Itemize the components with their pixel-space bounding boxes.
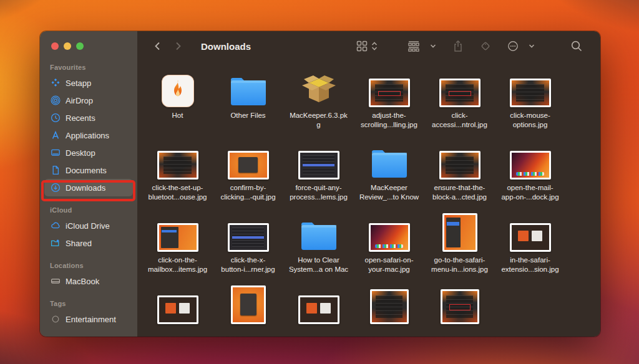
image-thumbnail [298,151,339,180]
file-item-click-mouse-options[interactable]: click-mouse- options.jpg [495,69,565,141]
sidebar-section-locations: Locations [50,262,137,269]
airdrop-waves-icon [50,95,61,106]
toolbar-right-controls [354,39,584,54]
sidebar-item-label: Recents [66,113,95,123]
sidebar-item-applications[interactable]: Applications [44,127,133,144]
sidebar-item-downloads[interactable]: Downloads [44,179,133,196]
image-thumbnail [231,285,266,324]
file-item-row4-1[interactable] [142,285,213,337]
download-circle-icon [50,182,61,193]
file-item-mackeeper-pkg[interactable]: MacKeeper.6.3.pk g [283,69,354,141]
window-title: Downloads [201,41,251,52]
tag-circle-icon [50,314,61,325]
file-item-set-up-bluetooth[interactable]: click-the-set-up- bluetoot...ouse.jpg [142,141,213,213]
sidebar-section-tags: Tags [50,300,137,307]
file-item-other-files[interactable]: Other Files [213,69,283,141]
finder-sidebar: Favourites Setapp AirDrop Recents Applic… [40,31,137,337]
image-thumbnail [370,289,409,324]
sidebar-item-label: Desktop [66,148,95,158]
group-chevron-down[interactable] [428,41,438,51]
file-label: MacKeeper.6.3.pk g [290,111,348,130]
sidebar-item-setapp[interactable]: Setapp [44,74,133,92]
image-thumbnail [369,223,410,252]
share-button[interactable] [451,39,466,54]
window-controls [40,40,137,50]
file-label: MacKeeper Review_...to Know [359,183,419,202]
image-thumbnail [369,79,410,107]
sidebar-item-label: Documents [66,166,107,175]
file-item-safari-extensions[interactable]: in-the-safari- extensio...sion.jpg [495,213,565,285]
hot-app-icon [162,75,194,107]
file-grid-area: Hot Other Files MacKeeper.6.3.pk g adjus… [137,61,600,337]
package-box-icon [301,74,337,107]
sidebar-sections: Favourites Setapp AirDrop Recents Applic… [40,64,137,328]
image-thumbnail [510,79,551,107]
sidebar-section-favourites: Favourites [50,64,137,71]
file-grid: Hot Other Files MacKeeper.6.3.pk g adjus… [137,61,600,337]
sidebar-item-label: Shared [66,239,92,248]
file-label: click- accessi...ntrol.jpg [432,111,487,130]
sidebar-item-documents[interactable]: Documents [44,161,133,179]
sidebar-item-recents[interactable]: Recents [44,109,133,127]
image-thumbnail [298,295,339,324]
image-thumbnail [510,223,551,252]
file-item-click-x-button[interactable]: click-the-x- button-i...rner.jpg [213,213,283,285]
image-thumbnail [439,151,480,180]
icon-view-button[interactable] [354,39,369,54]
file-item-open-mail-dock[interactable]: open-the-mail- app-on-...dock.jpg [495,141,565,213]
setapp-diamonds-icon [50,77,61,89]
zoom-window-button[interactable] [76,42,84,50]
sidebar-item-airdrop[interactable]: AirDrop [44,92,133,109]
sidebar-item-label: AirDrop [66,96,93,105]
sidebar-item-desktop[interactable]: Desktop [44,144,133,161]
file-item-row4-4[interactable] [354,285,424,337]
sidebar-item-label: Downloads [66,183,105,193]
view-switcher-chevrons[interactable] [369,39,379,53]
file-item-click-accessibility[interactable]: click- accessi...ntrol.jpg [424,69,495,141]
file-item-open-safari[interactable]: open-safari-on- your-mac.jpg [354,213,424,285]
image-thumbnail [157,151,198,180]
folder-icon [229,76,268,107]
file-item-confirm-by-clicking[interactable]: confirm-by- clicking...-quit.jpg [213,141,283,213]
sidebar-item-label: iCloud Drive [66,221,110,231]
file-label: force-quit-any- process...lems.jpg [290,183,348,202]
image-thumbnail [441,289,479,324]
image-thumbnail [228,151,269,180]
file-item-mackeeper-review-folder[interactable]: MacKeeper Review_...to Know [354,141,424,213]
forward-button[interactable] [171,39,185,53]
image-thumbnail [510,151,551,180]
search-button[interactable] [569,39,584,54]
back-button[interactable] [151,39,165,53]
sidebar-section-icloud: iCloud [50,206,137,214]
file-item-hot[interactable]: Hot [142,69,213,141]
tag-button[interactable] [478,39,493,54]
sidebar-item-macbook[interactable]: MacBook [44,272,133,290]
clock-icon [50,112,61,123]
close-window-button[interactable] [51,42,59,50]
file-label: in-the-safari- extensio...sion.jpg [501,256,559,274]
file-item-adjust-scrolling[interactable]: adjust-the- scrolling...lling.jpg [354,69,424,141]
sidebar-item-label: Applications [66,131,109,140]
more-options-button[interactable] [505,39,520,54]
image-thumbnail [157,223,198,252]
file-item-row4-3[interactable] [283,285,354,337]
file-label: click-the-set-up- bluetoot...ouse.jpg [149,183,207,202]
file-item-force-quit-process[interactable]: force-quit-any- process...lems.jpg [283,141,354,213]
sidebar-item-shared[interactable]: Shared [44,234,133,252]
file-item-row4-5[interactable] [424,285,495,337]
file-item-ensure-block[interactable]: ensure-that-the- block-a...cted.jpg [424,141,495,213]
sidebar-item-icloud-drive[interactable]: iCloud Drive [44,217,133,234]
file-item-clear-system-folder[interactable]: How to Clear System...a on Mac [283,213,354,285]
file-item-click-mailbox[interactable]: click-on-the- mailbox...items.jpg [142,213,213,285]
minimize-window-button[interactable] [64,42,71,50]
more-chevron-down[interactable] [527,41,537,51]
file-label: open-safari-on- your-mac.jpg [365,256,414,274]
file-item-safari-menu[interactable]: go-to-the-safari- menu-in...ions.jpg [424,213,495,285]
file-item-row4-2[interactable] [213,285,283,337]
applications-a-icon [50,130,61,141]
shared-folder-icon [50,237,61,249]
document-page-icon [50,165,61,176]
sidebar-item-entertainment[interactable]: Entertainment [44,310,133,328]
group-view-button[interactable] [406,39,422,54]
sidebar-item-label: Entertainment [66,315,116,324]
